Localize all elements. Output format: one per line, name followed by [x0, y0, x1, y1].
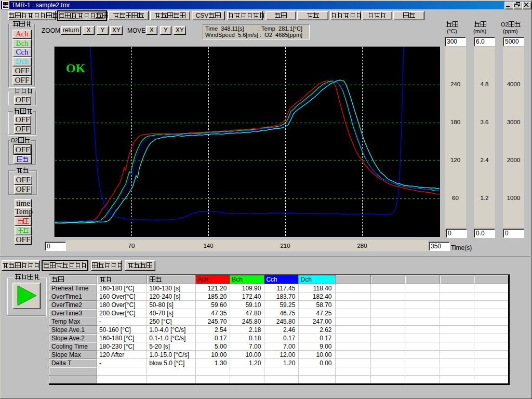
svg-text:OK: OK	[66, 61, 86, 75]
